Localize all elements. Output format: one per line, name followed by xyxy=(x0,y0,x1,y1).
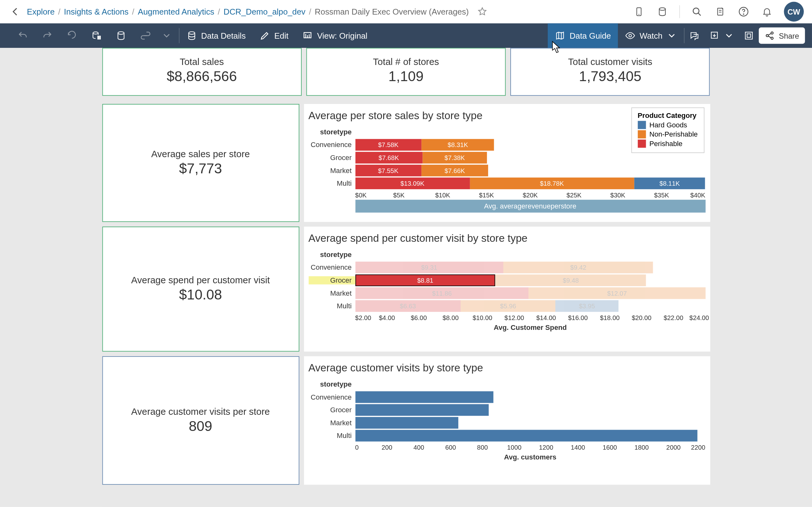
datasource-icon[interactable] xyxy=(111,23,131,48)
bar-segment[interactable]: $3.95 xyxy=(555,300,618,312)
bar-segment[interactable] xyxy=(355,430,698,441)
toolbar: Data Details Edit View: Original Data Gu… xyxy=(0,23,812,48)
help-icon[interactable] xyxy=(737,5,750,18)
bar-segment[interactable]: $8.11K xyxy=(634,177,705,189)
bar-segment[interactable]: $12.07 xyxy=(529,287,705,299)
svg-point-10 xyxy=(93,32,98,34)
share-button[interactable]: Share xyxy=(759,27,805,44)
chart-bars: storetypeConvenience$9.31$9.42Grocer$8.8… xyxy=(308,248,705,332)
database-icon[interactable] xyxy=(656,5,669,18)
bar-row[interactable]: Convenience$9.31$9.42 xyxy=(308,261,705,274)
kpi-title: Average sales per store xyxy=(151,149,250,159)
kpi-total-visits[interactable]: Total customer visits 1,793,405 xyxy=(510,48,710,96)
bar-segment[interactable]: $7.38K xyxy=(422,152,487,163)
svg-point-13 xyxy=(118,32,124,34)
pause-datasource-icon[interactable] xyxy=(87,23,107,48)
kpi-title: Average spend per customer visit xyxy=(131,275,270,285)
kpi-title: Total customer visits xyxy=(517,57,704,67)
chart-bars: storetypeConvenienceGrocerMarketMulti020… xyxy=(308,378,705,461)
kpi-value: 809 xyxy=(189,418,212,435)
chart-spend-by-store-type[interactable]: Average spend per customer visit by stor… xyxy=(304,227,710,351)
bar-row[interactable]: Market$7.55K$7.66K xyxy=(308,164,705,176)
bar-segment[interactable]: $7.55K xyxy=(355,164,421,176)
kpi-avg-visits[interactable]: Average customer visits per store 809 xyxy=(102,356,299,485)
link-icon[interactable] xyxy=(136,23,156,48)
breadcrumb-link[interactable]: Explore xyxy=(27,7,55,16)
kpi-total-stores[interactable]: Total # of stores 1,109 xyxy=(306,48,506,96)
clipboard-icon[interactable] xyxy=(714,5,727,18)
svg-point-2 xyxy=(659,8,665,10)
favorite-star-icon[interactable] xyxy=(476,5,489,18)
fullscreen-icon[interactable] xyxy=(739,23,759,48)
notifications-icon[interactable] xyxy=(761,5,774,18)
kpi-value: $7,773 xyxy=(179,161,222,177)
watch-label: Watch xyxy=(640,31,663,40)
breadcrumb-link[interactable]: Insights & Actions xyxy=(64,7,129,16)
bar-row[interactable]: Grocer$7.68K$7.38K xyxy=(308,151,705,164)
bar-segment[interactable]: $8.31K xyxy=(421,139,494,151)
bar-row[interactable]: Market xyxy=(308,416,705,429)
bar-segment[interactable] xyxy=(355,391,494,403)
bar-segment[interactable]: $9.31 xyxy=(355,262,503,273)
bar-row[interactable]: Multi$6.63$5.96$3.95 xyxy=(308,299,705,312)
bar-segment[interactable]: $7.66K xyxy=(421,164,488,176)
kpi-total-sales[interactable]: Total sales $8,866,566 xyxy=(102,48,302,96)
user-avatar[interactable]: CW xyxy=(784,2,804,22)
bar-row[interactable]: Convenience xyxy=(308,391,705,403)
topbar-actions: CW xyxy=(632,2,804,22)
kpi-avg-spend[interactable]: Average spend per customer visit $10.08 xyxy=(102,227,299,351)
watch-button[interactable]: Watch xyxy=(618,23,684,48)
bar-row[interactable]: Grocer$8.81$9.48 xyxy=(308,274,705,286)
bar-row[interactable]: Grocer xyxy=(308,404,705,416)
kpi-value: $8,866,566 xyxy=(108,68,295,85)
svg-rect-11 xyxy=(98,36,99,39)
bar-row[interactable]: Market$11.86$12.07 xyxy=(308,287,705,299)
chart-visits-by-store-type[interactable]: Average customer visits by store type st… xyxy=(304,356,710,485)
bar-segment[interactable]: $11.86 xyxy=(355,287,529,299)
svg-point-14 xyxy=(189,32,195,34)
svg-line-4 xyxy=(698,13,701,15)
bar-row[interactable]: Convenience$7.58K$8.31K xyxy=(308,138,705,151)
breadcrumb-link[interactable]: DCR_Demo_alpo_dev xyxy=(223,7,305,16)
bar-segment[interactable]: $13.09K xyxy=(355,177,470,189)
bar-segment[interactable]: $7.58K xyxy=(355,139,421,151)
undo-button[interactable] xyxy=(13,23,33,48)
revert-button[interactable] xyxy=(62,23,82,48)
bar-segment[interactable] xyxy=(355,404,489,415)
redo-button[interactable] xyxy=(38,23,57,48)
edit-button[interactable]: Edit xyxy=(253,23,296,48)
chart-sales-by-store-type[interactable]: Average per store sales by store type Pr… xyxy=(304,104,710,222)
bar-row[interactable]: Multi$13.09K$18.78K$8.11K xyxy=(308,177,705,189)
chart-bars: storetypeConvenience$7.58K$8.31KGrocer$7… xyxy=(308,125,705,213)
kpi-value: $10.08 xyxy=(179,287,222,303)
data-guide-label: Data Guide xyxy=(570,31,611,40)
chevron-down-icon xyxy=(667,31,677,41)
data-details-label: Data Details xyxy=(201,31,246,40)
svg-rect-21 xyxy=(745,32,752,39)
kpi-title: Average customer visits per store xyxy=(131,406,270,417)
svg-rect-22 xyxy=(747,34,751,38)
bar-segment[interactable]: $8.81 xyxy=(355,274,496,286)
bar-row[interactable]: Multi xyxy=(308,429,705,442)
search-icon[interactable] xyxy=(691,5,704,18)
back-button[interactable] xyxy=(8,5,22,19)
breadcrumb-current: Rossman Daily Exec Overview (Averages) xyxy=(315,7,469,16)
bar-segment[interactable]: $7.68K xyxy=(355,152,422,163)
bar-segment[interactable]: $5.96 xyxy=(461,300,555,312)
dropdown-caret-icon[interactable] xyxy=(160,23,173,48)
svg-rect-5 xyxy=(717,8,723,15)
download-icon[interactable] xyxy=(705,23,739,48)
data-guide-button[interactable]: Data Guide xyxy=(548,23,618,48)
bar-segment[interactable]: $9.42 xyxy=(503,262,653,273)
data-details-button[interactable]: Data Details xyxy=(180,23,253,48)
kpi-value: 1,793,405 xyxy=(517,68,704,85)
mobile-icon[interactable] xyxy=(632,5,646,18)
bar-segment[interactable] xyxy=(355,417,459,429)
comments-icon[interactable] xyxy=(685,23,705,48)
kpi-avg-sales[interactable]: Average sales per store $7,773 xyxy=(102,104,299,222)
bar-segment[interactable]: $6.63 xyxy=(355,300,461,312)
breadcrumb-link[interactable]: Augmented Analytics xyxy=(138,7,214,16)
view-button[interactable]: View: Original xyxy=(295,23,374,48)
bar-segment[interactable]: $9.48 xyxy=(496,274,647,286)
bar-segment[interactable]: $18.78K xyxy=(470,177,634,189)
